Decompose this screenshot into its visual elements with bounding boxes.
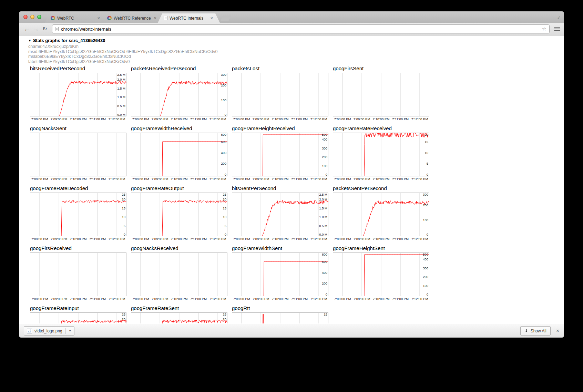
chart-plot: 2.5 M2.0 M1.5 M1.0 M0.5 M0.0 M <box>30 73 126 116</box>
x-axis-label: 7:08:00 PM <box>334 117 351 121</box>
collapse-triangle-icon[interactable]: ▼ <box>28 39 31 42</box>
tab-close-icon[interactable]: × <box>154 16 156 20</box>
chart-plot <box>131 252 227 296</box>
tab-webrtc-internals[interactable]: WebRTC Internals× <box>158 13 220 23</box>
chart-googFrameRateDecoded: googFrameRateDecoded25201510507:08:00 PM… <box>30 185 126 241</box>
x-axis-labels: 7:08:00 PM7:09:00 PM7:10:00 PM7:11:00 PM… <box>30 297 126 301</box>
forward-button[interactable]: → <box>31 24 40 33</box>
x-axis-label: 7:11:00 PM <box>291 117 308 121</box>
window-minimize-button[interactable] <box>30 15 34 19</box>
x-axis-label: 7:11:00 PM <box>291 177 308 181</box>
x-axis-label: 7:12:00 PM <box>411 297 428 301</box>
tabs-container: WebRTC×WebRTC Reference App×WebRTC Inter… <box>45 13 214 23</box>
window-zoom-button[interactable] <box>37 15 41 19</box>
x-axis-label: 7:10:00 PM <box>373 117 390 121</box>
tab-webrtc[interactable]: WebRTC× <box>45 13 107 23</box>
x-axis-label: 7:11:00 PM <box>392 177 409 181</box>
chart-canvas <box>333 193 429 236</box>
y-axis-label: 0 <box>124 233 125 236</box>
reload-button[interactable]: ↻ <box>40 24 49 33</box>
x-axis-label: 7:09:00 PM <box>152 117 168 121</box>
show-all-button[interactable]: Show All <box>520 326 551 336</box>
y-axis-label: 15 <box>223 206 226 210</box>
chart-canvas <box>232 133 328 176</box>
chart-canvas <box>131 73 227 116</box>
chart-title: packetsSentPerSecond <box>333 185 429 192</box>
x-axis-label: 7:12:00 PM <box>109 117 125 121</box>
x-axis-labels: 7:08:00 PM7:09:00 PM7:10:00 PM7:11:00 PM… <box>333 237 429 241</box>
chart-title: googFirsSent <box>333 65 429 72</box>
chart-plot: 8006004002000 <box>131 133 227 176</box>
menu-button[interactable] <box>554 27 561 31</box>
x-axis-label: 7:09:00 PM <box>51 117 68 121</box>
tab-close-icon[interactable]: × <box>210 16 213 20</box>
x-axis-label: 7:10:00 PM <box>70 117 87 121</box>
chart-title: packetsReceivedPerSecond <box>131 65 227 72</box>
window-close-button[interactable] <box>23 15 28 19</box>
stats-header: ▼Stats graphs for ssrc_4136526430 <box>28 38 564 43</box>
chart-title: googFrameRateDecoded <box>30 185 126 192</box>
chart-bitsReceivedPerSecond: bitsReceivedPerSecond2.5 M2.0 M1.5 M1.0 … <box>30 65 126 121</box>
x-axis-label: 7:08:00 PM <box>233 297 250 301</box>
x-axis-label: 7:11:00 PM <box>89 297 106 301</box>
chart-plot: 8006004002000 <box>232 252 328 296</box>
y-axis-label: 25 <box>122 193 125 196</box>
back-button[interactable]: ← <box>22 24 31 33</box>
stats-meta: cname:4ZXkrucxjuzp/bKmmsid:6E9laEYkyxIkT… <box>28 44 564 64</box>
chart-plot <box>232 73 328 116</box>
chart-googNacksReceived: googNacksReceived7:08:00 PM7:09:00 PM7:1… <box>131 245 227 301</box>
chart-plot: 3002001000 <box>333 193 429 236</box>
x-axis-label: 7:10:00 PM <box>272 177 289 181</box>
y-axis-label: 2.0 M <box>319 197 327 201</box>
bookmark-star-icon[interactable]: ☆ <box>542 26 546 32</box>
new-tab-button[interactable] <box>221 16 231 21</box>
stats-meta-line: label:6E9laEYkyxIkTCxDgc82ZGoEhlCfxNuCKr… <box>28 59 564 64</box>
chart-plot <box>30 252 126 296</box>
x-axis-label: 7:12:00 PM <box>109 177 125 181</box>
x-axis-label: 7:11:00 PM <box>190 117 207 121</box>
x-axis-label: 7:10:00 PM <box>171 297 188 301</box>
x-axis-label: 7:10:00 PM <box>272 117 289 121</box>
chevron-down-icon[interactable]: ▼ <box>69 330 71 332</box>
y-axis-label: 0 <box>427 292 428 296</box>
chart-canvas <box>30 193 126 236</box>
url-text: chrome://webrtc-internals <box>61 27 540 32</box>
fullscreen-icon[interactable]: ↔ <box>554 13 562 20</box>
x-axis-label: 7:09:00 PM <box>253 177 269 181</box>
chart-plot: 5004003002001000 <box>333 252 429 296</box>
image-file-icon <box>27 329 32 333</box>
chart-canvas <box>333 252 429 296</box>
x-axis-label: 7:08:00 PM <box>334 237 351 241</box>
y-axis-label: 25 <box>223 312 226 316</box>
x-axis-labels: 7:08:00 PM7:09:00 PM7:10:00 PM7:11:00 PM… <box>333 117 429 121</box>
x-axis-label: 7:08:00 PM <box>31 117 48 121</box>
url-bar[interactable]: chrome://webrtc-internals ☆ <box>52 24 550 33</box>
x-axis-label: 7:12:00 PM <box>209 237 226 241</box>
x-axis-label: 7:11:00 PM <box>392 297 409 301</box>
tab-close-icon[interactable]: × <box>97 16 100 20</box>
show-all-label: Show All <box>531 329 546 333</box>
x-axis-label: 7:08:00 PM <box>31 297 48 301</box>
y-axis-label: 600 <box>322 260 327 264</box>
chart-canvas <box>30 252 126 296</box>
y-axis-label: 0 <box>225 173 226 176</box>
tab-webrtc-reference-app[interactable]: WebRTC Reference App× <box>101 13 163 23</box>
chart-canvas <box>131 312 227 323</box>
x-axis-label: 7:09:00 PM <box>51 297 68 301</box>
y-axis-label: 15 <box>324 312 327 316</box>
x-axis-label: 7:12:00 PM <box>209 297 226 301</box>
chart-title: bitsSentPerSecond <box>232 185 328 192</box>
x-axis-label: 7:12:00 PM <box>310 297 327 301</box>
downloads-close-button[interactable]: × <box>556 328 559 334</box>
x-axis-label: 7:10:00 PM <box>171 117 188 121</box>
chart-title: googNacksSent <box>30 125 126 132</box>
chart-title: googFirsReceived <box>30 245 126 252</box>
x-axis-label: 7:10:00 PM <box>70 177 87 181</box>
chart-plot: 2520151050 <box>131 193 227 236</box>
download-item[interactable]: vidtel_logo.png ▼ <box>24 326 74 336</box>
x-axis-label: 7:09:00 PM <box>152 297 168 301</box>
x-axis-label: 7:08:00 PM <box>233 237 250 241</box>
x-axis-label: 7:08:00 PM <box>31 177 48 181</box>
x-axis-label: 7:10:00 PM <box>373 237 390 241</box>
x-axis-label: 7:10:00 PM <box>70 297 87 301</box>
